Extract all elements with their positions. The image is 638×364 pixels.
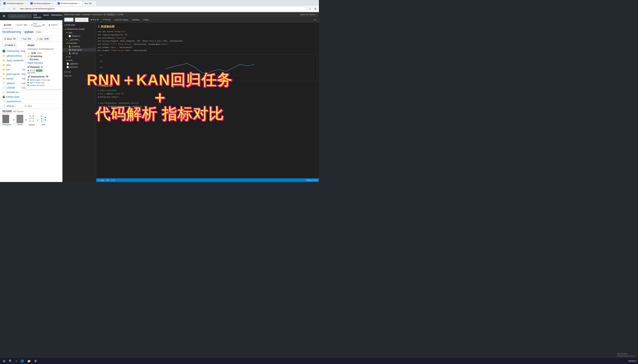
folder-icon: 📁 [2,64,5,66]
reload-button[interactable]: ↻ [12,6,17,11]
nav-issues[interactable]: ○ Issues 125 [13,22,29,29]
vs-outline[interactable]: Outline [142,18,150,21]
file-row-requirements[interactable]: 📄 requirements.txt [0,99,62,104]
commits-user[interactable]: KindXiaoming [7,50,19,52]
file-name[interactable]: tutorials [7,78,21,80]
watch-button[interactable]: 👁 Watch 94 [2,37,18,41]
deployments-label[interactable]: Deployments [31,75,45,78]
nav-security[interactable]: 🛡 Security [59,22,62,29]
release-tag-row: ◆ v0.0.5 Latest [28,69,60,72]
vs-clear-outputs[interactable]: Clear All Outputs [113,18,130,21]
star-button[interactable]: ⭐ Star 10.8k [35,37,51,41]
gh-issues-link[interactable]: Issues [43,14,49,18]
license-tab[interactable]: MIT license [13,110,24,113]
exp-item-stockipynb[interactable]: 📓 stock.ipynb [62,48,96,52]
watch-icon: 👁 [4,38,6,40]
browser-tab-4[interactable]: New Tab [83,1,96,6]
vs-run-all[interactable]: ▶ Run All [90,18,100,21]
gh-pulls-link[interactable]: Pull requests [33,14,41,18]
forward-button[interactable]: → [7,6,11,11]
exp-item-utilspy[interactable]: 🐍 utils.py [62,52,96,55]
tab-close-2[interactable]: ✕ [52,2,53,4]
file-row-hellokan[interactable]: 📓 hellokan.ipynb [0,95,62,99]
arnold-label: Arnold [17,124,23,126]
deploy-pages-name[interactable]: github-pages [30,79,41,81]
vs-tab-markdown[interactable]: Markdown [75,18,89,22]
editor-content: 2.数据集绘图 sns.set_style("darkgrid") plt.fi… [96,22,319,178]
exp-item-examples[interactable]: ▾ examples [62,41,96,45]
file-name[interactable]: requirements.txt [7,100,24,103]
exp-item-gitignore[interactable]: 📄 .gitignore [62,62,96,66]
vs-variables[interactable]: Variables [131,18,141,21]
exp-item-tests[interactable]: ▸ tests [62,58,96,62]
code-line-7: plt.ylabel('Close Price (USD)', fontsize… [98,49,317,52]
tab-close-active[interactable]: ✕ [79,2,80,4]
exp-item-label: rData.csv [72,35,80,37]
exp-item-modelpy[interactable]: 🐍 model.py 1 [62,45,96,48]
exp-item-src[interactable]: ▸ src [62,55,96,58]
exp-item-pycache[interactable]: ▸ __pycache__ [62,38,96,41]
file-name[interactable]: docs [7,64,24,66]
deploy-pypi-name[interactable]: pypi [30,82,33,84]
section-title-chart: 2.数据集绘图 [98,24,317,29]
release-tag-label[interactable]: v0.0.5 [30,69,35,72]
star-icon: ⭐ [37,38,39,40]
fork-icon: ⑂ [21,38,22,40]
release-latest-badge: Latest [36,70,43,72]
report-link[interactable]: Report repository [28,62,60,64]
browser-tab-2[interactable]: KindXiaoming/pykan ✕ [28,1,55,6]
exp-item-pemlock[interactable]: 📄 pem.lock [62,66,96,69]
repo-name[interactable]: pykan [25,30,33,34]
deploy-item-pages: github-pages 3 days ago [28,79,60,81]
file-name[interactable]: pykan.egg-info [7,73,20,75]
svg-line-17 [42,117,46,119]
release-date-text: last week [28,72,35,74]
exp-item-label: src [68,56,71,58]
stars-label: stars [37,52,42,54]
vs-more-options[interactable]: ••• [313,18,317,21]
file-row-setup[interactable]: 📄 setup.py U...up.p [0,104,62,108]
extensions-button[interactable]: ⚙ [313,6,318,11]
back-button[interactable]: ← [1,6,6,11]
file-name[interactable]: README.md [7,91,24,94]
branch-button[interactable]: ⎇ master ▾ [2,43,17,47]
file-name[interactable]: setup.py [7,105,24,107]
file-name[interactable]: kan [7,68,21,71]
nav-code[interactable]: ◈ Code [2,22,13,29]
repo-nav: ◈ Code ○ Issues 125 ⇄ Pull requests 16 ▶… [0,20,62,29]
repo-actions: 👁 Watch 94 ⑂ Fork 871 ⭐ Star 10.8k [0,36,62,42]
file-name[interactable]: .ipynb_checkpoints [7,59,24,62]
readme-tab[interactable]: README [2,110,12,113]
deploy-release-time: last week [37,84,44,86]
browser-tab-1[interactable]: KindXiaoming/pykan ✕ [1,1,28,6]
exp-file-icon: 📄 [69,35,71,37]
vs-restart[interactable]: ↺ Restart [101,18,112,21]
gh-search-input[interactable] [8,14,31,18]
file-name[interactable]: .github/workflows [7,55,24,57]
exp-item-rdata[interactable]: 📄 rData.csv [62,34,96,38]
address-bar[interactable]: https://github.com/KindXiaoming/pykan [18,6,307,11]
code-line-price: price = data[['close']] [98,92,317,96]
vs-tab-code[interactable]: Code [64,18,74,22]
deploy-release-name[interactable]: release [30,84,36,86]
nav-pulls[interactable]: ⇄ Pull requests 16 [29,22,47,29]
file-name[interactable]: hellokan.ipynb [7,96,24,98]
exp-item-data[interactable]: ▾ data [62,31,96,34]
status-warnings: ⚠ 0 [111,179,115,181]
file-row-readme[interactable]: 📄 README.md [0,90,62,95]
exp-item-label: .gitignore [70,62,78,65]
exp-folder-icon: ▾ [67,42,68,44]
exp-item-efficient-kan[interactable]: ▾ efficient-kan-master [62,27,96,31]
releases-label[interactable]: Releases [30,66,40,68]
code-icon: ◈ [4,24,6,26]
bookmark-button[interactable]: ☆ [308,6,312,11]
y-label-170: 170 [98,73,102,75]
fork-button[interactable]: ⑂ Fork 871 [19,37,34,41]
file-name[interactable]: .gitignore [7,82,20,84]
nav-actions[interactable]: ▶ Actions [47,22,59,29]
browser-tab-active[interactable]: KindXiaoming/pykan ✕ [56,1,82,6]
repo-owner[interactable]: KindXiaoming [2,30,21,34]
tab-close-1[interactable]: ✕ [25,2,26,4]
gh-marketplace-link[interactable]: Marketplace [51,14,62,18]
file-name[interactable]: LICENSE [7,86,20,89]
